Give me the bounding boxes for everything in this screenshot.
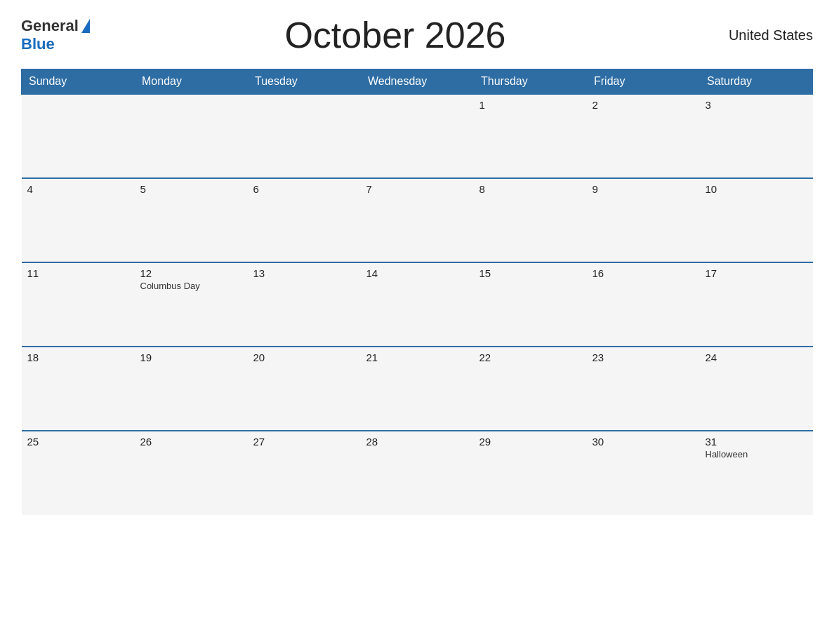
calendar-cell-w2-d3: 7: [361, 178, 474, 262]
day-number: 12: [140, 267, 242, 279]
calendar-cell-w5-d3: 28: [361, 431, 474, 515]
calendar-cell-w1-d4: 1: [474, 94, 587, 178]
day-number: 11: [27, 267, 129, 279]
calendar-table: Sunday Monday Tuesday Wednesday Thursday…: [21, 69, 813, 515]
calendar-cell-w5-d1: 26: [135, 431, 248, 515]
day-number: 20: [253, 351, 355, 363]
day-number: 3: [706, 99, 807, 111]
calendar-cell-w3-d3: 14: [361, 262, 474, 347]
calendar-week-2: 45678910: [22, 178, 813, 262]
calendar-cell-w1-d0: [22, 94, 135, 178]
calendar-cell-w2-d1: 5: [135, 178, 248, 262]
day-number: 9: [593, 183, 694, 195]
day-number: 25: [27, 436, 129, 448]
day-number: 22: [479, 351, 581, 363]
page-title: October 2026: [90, 14, 701, 56]
day-number: 23: [593, 351, 694, 363]
calendar-cell-w1-d2: [248, 94, 361, 178]
calendar-cell-w1-d1: [135, 94, 248, 178]
calendar-cell-w4-d1: 19: [135, 347, 248, 431]
calendar-page: General Blue October 2026 United States …: [0, 0, 834, 644]
calendar-cell-w3-d0: 11: [22, 262, 135, 347]
calendar-week-4: 18192021222324: [22, 347, 813, 431]
calendar-cell-w1-d5: 2: [587, 94, 700, 178]
col-saturday: Saturday: [700, 69, 813, 95]
col-tuesday: Tuesday: [248, 69, 361, 95]
day-number: 19: [140, 351, 242, 363]
day-number: 6: [253, 183, 355, 195]
day-number: 8: [479, 183, 581, 195]
day-number: 5: [140, 183, 242, 195]
calendar-cell-w2-d2: 6: [248, 178, 361, 262]
col-monday: Monday: [135, 69, 248, 95]
day-number: 18: [27, 351, 129, 363]
day-number: 16: [593, 267, 694, 279]
col-thursday: Thursday: [474, 69, 587, 95]
calendar-cell-w2-d0: 4: [22, 178, 135, 262]
calendar-week-5: 25262728293031Halloween: [22, 431, 813, 515]
day-number: 10: [706, 183, 807, 195]
logo-triangle-icon: [81, 19, 90, 33]
calendar-cell-w3-d6: 17: [700, 262, 813, 347]
calendar-cell-w5-d2: 27: [248, 431, 361, 515]
calendar-cell-w4-d5: 23: [587, 347, 700, 431]
day-number: 4: [27, 183, 129, 195]
calendar-cell-w2-d4: 8: [474, 178, 587, 262]
country-label: United States: [701, 27, 813, 43]
day-number: 15: [479, 267, 581, 279]
calendar-cell-w5-d6: 31Halloween: [700, 431, 813, 515]
holiday-label: Halloween: [706, 449, 807, 459]
day-number: 26: [140, 436, 242, 448]
calendar-cell-w4-d0: 18: [22, 347, 135, 431]
day-number: 7: [366, 183, 468, 195]
day-number: 28: [366, 436, 468, 448]
calendar-cell-w1-d3: [361, 94, 474, 178]
calendar-cell-w4-d4: 22: [474, 347, 587, 431]
calendar-cell-w3-d4: 15: [474, 262, 587, 347]
calendar-cell-w1-d6: 3: [700, 94, 813, 178]
day-number: 13: [253, 267, 355, 279]
logo: General Blue: [21, 17, 90, 53]
day-number: 14: [366, 267, 468, 279]
header: General Blue October 2026 United States: [21, 14, 813, 56]
calendar-cell-w4-d2: 20: [248, 347, 361, 431]
calendar-week-1: 123: [22, 94, 813, 178]
calendar-cell-w5-d0: 25: [22, 431, 135, 515]
day-number: 29: [479, 436, 581, 448]
calendar-cell-w2-d5: 9: [587, 178, 700, 262]
calendar-cell-w3-d5: 16: [587, 262, 700, 347]
day-number: 1: [479, 99, 581, 111]
col-sunday: Sunday: [22, 69, 135, 95]
calendar-header-row: Sunday Monday Tuesday Wednesday Thursday…: [22, 69, 813, 95]
day-number: 2: [593, 99, 694, 111]
calendar-cell-w5-d5: 30: [587, 431, 700, 515]
day-number: 31: [706, 436, 807, 448]
col-friday: Friday: [587, 69, 700, 95]
day-number: 30: [593, 436, 694, 448]
day-number: 17: [706, 267, 807, 279]
calendar-cell-w4-d3: 21: [361, 347, 474, 431]
logo-general-text: General: [21, 17, 79, 35]
day-number: 21: [366, 351, 468, 363]
col-wednesday: Wednesday: [361, 69, 474, 95]
calendar-cell-w3-d1: 12Columbus Day: [135, 262, 248, 347]
calendar-cell-w5-d4: 29: [474, 431, 587, 515]
day-number: 27: [253, 436, 355, 448]
holiday-label: Columbus Day: [140, 281, 242, 291]
day-number: 24: [706, 351, 807, 363]
logo-blue-text: Blue: [21, 35, 55, 53]
calendar-cell-w4-d6: 24: [700, 347, 813, 431]
calendar-week-3: 1112Columbus Day1314151617: [22, 262, 813, 347]
calendar-cell-w2-d6: 10: [700, 178, 813, 262]
calendar-cell-w3-d2: 13: [248, 262, 361, 347]
